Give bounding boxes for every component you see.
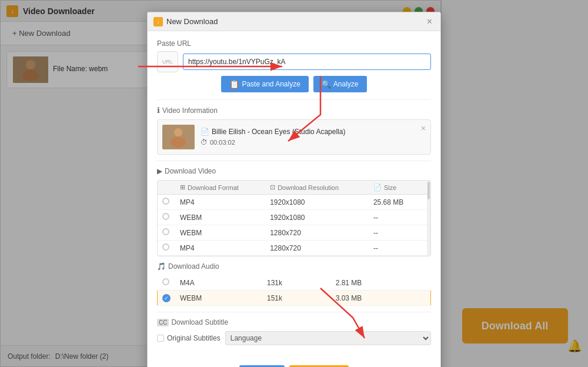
audio-bitrate-m4a: 131k: [262, 275, 331, 291]
divider-2: [157, 161, 431, 161]
video-info-row: 📄 Billie Eilish - Ocean Eyes (Studio Aca…: [157, 119, 431, 155]
video-format-row-0[interactable]: MP4 1920x1080 25.68 MB: [158, 195, 430, 210]
video-thumbnail: [162, 125, 195, 149]
modal-title-icon: ↓: [153, 17, 163, 26]
modal-close-button[interactable]: ×: [425, 16, 435, 27]
analyze-button[interactable]: 🔍 Analyze: [313, 76, 367, 92]
radio-m4a[interactable]: [162, 278, 169, 285]
btn-row: 📋 Paste and Analyze 🔍 Analyze: [157, 76, 431, 92]
video-info-section: ℹ Video Information 📄 Bill: [157, 106, 431, 155]
video-format-table-wrapper: ⊞ Download Format ⊡ Download Resolution: [157, 180, 431, 256]
video-details: 📄 Billie Eilish - Ocean Eyes (Studio Aca…: [201, 128, 426, 146]
svg-point-5: [171, 137, 186, 148]
size-3: --: [369, 241, 421, 256]
radio-mp4-720[interactable]: [162, 243, 169, 251]
original-subtitles-checkbox[interactable]: Original Subtitles: [157, 334, 220, 342]
language-select[interactable]: Language: [225, 331, 431, 345]
video-info-header: ℹ Video Information: [157, 106, 431, 115]
url-icon: URL: [157, 51, 178, 72]
format-mp4-0: MP4: [175, 195, 265, 210]
download-video-header: ▶ Download Video: [157, 167, 431, 175]
paste-url-label: Paste URL: [157, 39, 431, 48]
download-audio-section: 🎵 Download Audio M4A 131k 2.81 MB ✓: [157, 262, 431, 306]
radio-mp4-1080[interactable]: [162, 198, 169, 205]
modal-overlay: ↓ New Download × Paste URL URL: [0, 0, 588, 367]
subtitle-section: CC Download Subtitle Original Subtitles …: [157, 318, 431, 345]
radio-webm-1080[interactable]: [162, 213, 169, 220]
audio-format-webm: WEBM: [175, 291, 262, 306]
new-download-modal: ↓ New Download × Paste URL URL: [147, 12, 441, 367]
divider-3: [157, 312, 431, 312]
url-row: URL: [157, 51, 431, 72]
modal-titlebar: ↓ New Download ×: [148, 12, 440, 31]
download-audio-header: 🎵 Download Audio: [157, 262, 431, 271]
audio-size-webm: 3.03 MB: [331, 291, 431, 306]
video-format-row-1[interactable]: WEBM 1920x1080 --: [158, 210, 430, 225]
res-1920-1080-1: 1920x1080: [265, 210, 369, 225]
size-0: 25.68 MB: [369, 195, 421, 210]
resolution-header: ⊡ Download Resolution: [270, 184, 364, 191]
url-input[interactable]: [183, 54, 431, 70]
divider-1: [157, 99, 431, 100]
video-title: 📄 Billie Eilish - Ocean Eyes (Studio Aca…: [201, 128, 426, 136]
subtitle-header: CC Download Subtitle: [157, 318, 431, 326]
size-header: 📄 Size: [373, 184, 416, 191]
size-1: --: [369, 210, 421, 225]
svg-point-4: [174, 128, 182, 136]
format-webm-1: WEBM: [175, 225, 265, 241]
subtitle-row: Original Subtitles Language: [157, 331, 431, 345]
res-1280-720-0: 1280x720: [265, 225, 369, 241]
res-1280-720-1: 1280x720: [265, 241, 369, 256]
video-format-row-3[interactable]: MP4 1280x720 --: [158, 241, 430, 256]
modal-title: New Download: [166, 17, 421, 26]
check-webm[interactable]: ✓: [162, 294, 171, 302]
audio-size-m4a: 2.81 MB: [331, 275, 431, 291]
audio-bitrate-webm: 151k: [262, 291, 331, 306]
format-webm-0: WEBM: [175, 210, 265, 225]
audio-format-table: M4A 131k 2.81 MB ✓ WEBM 151k 3.03 MB: [157, 275, 431, 306]
video-format-row-2[interactable]: WEBM 1280x720 --: [158, 225, 430, 241]
radio-webm-720[interactable]: [162, 228, 169, 235]
video-scrollbar[interactable]: [427, 181, 430, 256]
audio-row-m4a[interactable]: M4A 131k 2.81 MB: [158, 275, 431, 291]
paste-and-analyze-button[interactable]: 📋 Paste and Analyze: [221, 76, 308, 92]
modal-footer: Ok Cancel: [148, 359, 440, 367]
scrollbar-thumb: [427, 182, 430, 199]
format-header: ⊞ Download Format: [180, 184, 260, 191]
video-format-table: ⊞ Download Format ⊡ Download Resolution: [158, 181, 430, 256]
audio-format-m4a: M4A: [175, 275, 262, 291]
res-1920-1080-0: 1920x1080: [265, 195, 369, 210]
video-info-close[interactable]: ×: [421, 124, 426, 133]
checkbox-box[interactable]: [157, 335, 164, 342]
download-video-section: ▶ Download Video ⊞ Download Format: [157, 167, 431, 256]
modal-body: Paste URL URL 📋 Paste and Analyze 🔍: [148, 31, 440, 359]
video-duration: ⏱ 00:03:02: [201, 138, 426, 146]
paste-url-section: Paste URL URL 📋 Paste and Analyze 🔍: [157, 39, 431, 92]
format-mp4-1: MP4: [175, 241, 265, 256]
audio-row-webm[interactable]: ✓ WEBM 151k 3.03 MB: [158, 291, 431, 306]
size-2: --: [369, 225, 421, 241]
